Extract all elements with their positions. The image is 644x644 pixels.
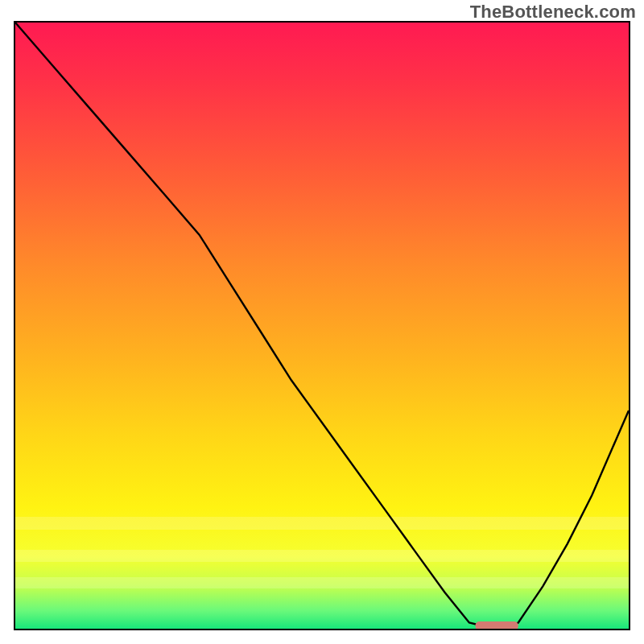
optimum-marker	[476, 621, 518, 629]
chart-container: TheBottleneck.com	[0, 0, 644, 644]
watermark-text: TheBottleneck.com	[470, 2, 636, 23]
plot-overlay	[15, 23, 629, 629]
bottleneck-curve	[15, 23, 629, 629]
plot-area	[15, 23, 629, 629]
